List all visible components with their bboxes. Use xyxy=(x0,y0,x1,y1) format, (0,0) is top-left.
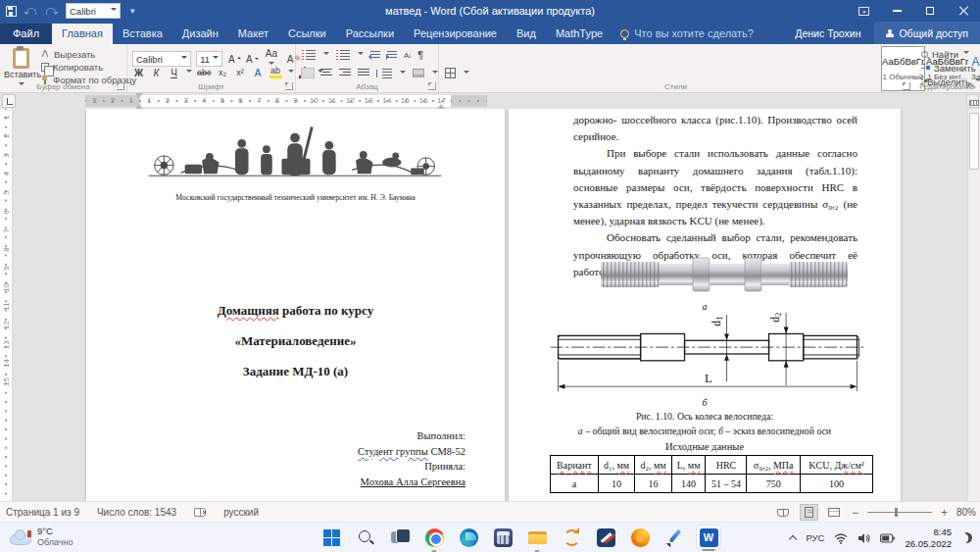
bold-button[interactable]: Ж xyxy=(132,68,145,78)
minimize-button[interactable] xyxy=(880,0,913,22)
chevron-down-icon xyxy=(323,52,329,58)
decrease-indent-button[interactable] xyxy=(370,51,380,60)
hidden-icons-chevron[interactable] xyxy=(789,534,796,541)
subscript-button[interactable]: x₂ xyxy=(217,68,229,77)
right-indent-marker[interactable] xyxy=(437,100,445,109)
taskbar-explorer-button[interactable] xyxy=(524,525,550,550)
volume-icon[interactable] xyxy=(858,532,870,544)
replace-button[interactable]: Заменить xyxy=(913,61,980,75)
tab-mailings[interactable]: Рассылки xyxy=(336,24,404,44)
clock[interactable]: 8:45 26.05.2022 xyxy=(905,527,952,549)
ribbon-display-options-button[interactable] xyxy=(847,0,880,22)
taskbar-taskview-button[interactable] xyxy=(387,525,413,550)
vertical-scrollbar[interactable] xyxy=(967,109,980,501)
clipboard-dialog-launcher[interactable] xyxy=(117,82,124,90)
svg-text:d2: d2 xyxy=(769,312,783,322)
align-left-button[interactable] xyxy=(302,69,314,77)
highlight-color-button[interactable]: ab xyxy=(270,67,282,78)
zoom-in-button[interactable]: + xyxy=(941,508,948,518)
taskbar-sync-button[interactable] xyxy=(559,525,584,550)
horizontal-ruler[interactable]: 321 1234567891011121314151617 xyxy=(85,95,487,107)
read-mode-button[interactable] xyxy=(775,505,792,520)
document-page-2[interactable]: дорожно- шоссейного класса (рис.1.10). П… xyxy=(509,109,901,501)
tell-me-box[interactable]: Что вы хотите сделать? xyxy=(612,24,761,44)
chrome-icon xyxy=(425,528,444,547)
show-paragraph-marks-button[interactable]: ¶ xyxy=(417,49,423,61)
increase-indent-button[interactable] xyxy=(387,51,397,60)
web-layout-button[interactable] xyxy=(826,505,843,520)
taskbar-chrome-button[interactable] xyxy=(421,525,447,550)
taskbar-pen-button[interactable] xyxy=(662,525,687,550)
find-button[interactable]: Найти xyxy=(913,47,980,61)
sort-button[interactable]: А↓ xyxy=(404,51,411,60)
align-center-button[interactable] xyxy=(320,69,332,77)
scrollbar-thumb[interactable] xyxy=(969,113,979,170)
underline-button[interactable]: Ч xyxy=(168,68,180,78)
tab-stop-selector[interactable] xyxy=(2,94,16,108)
text-effects-button[interactable]: А xyxy=(252,68,265,78)
zoom-slider[interactable] xyxy=(867,512,932,513)
vertical-ruler[interactable]: 123456789101112131415 xyxy=(0,109,13,501)
replace-icon xyxy=(921,64,930,72)
wifi-icon[interactable] xyxy=(834,532,848,544)
tab-design[interactable]: Дизайн xyxy=(172,24,228,44)
justify-button[interactable] xyxy=(358,69,369,77)
shading-button[interactable] xyxy=(413,69,424,77)
taskbar-firefox-button[interactable] xyxy=(627,525,653,550)
numbering-button[interactable] xyxy=(340,50,350,60)
taskbar-search-button[interactable] xyxy=(353,525,378,550)
tab-file[interactable]: Файл xyxy=(0,24,52,44)
tab-review[interactable]: Рецензирование xyxy=(404,24,507,44)
font-name-combobox[interactable]: Calibri xyxy=(132,51,191,67)
strikethrough-button[interactable]: abc xyxy=(197,68,212,77)
taskbar-calculator-button[interactable] xyxy=(490,525,515,550)
weather-widget[interactable]: 9°C Облачно xyxy=(10,526,73,548)
taskbar-draw-button[interactable] xyxy=(593,525,618,550)
ruler-number: 6 xyxy=(231,95,250,107)
tab-mathtype[interactable]: MathType xyxy=(546,24,612,44)
battery-icon[interactable] xyxy=(880,533,895,543)
paste-icon xyxy=(13,48,29,69)
tab-layout[interactable]: Макет xyxy=(228,24,278,44)
zoom-out-button[interactable]: − xyxy=(852,508,858,518)
collapse-ribbon-button[interactable] xyxy=(966,82,976,89)
user-name[interactable]: Денис Трохин xyxy=(781,27,874,39)
proofing-status-icon[interactable] xyxy=(194,508,206,517)
italic-button[interactable]: К xyxy=(150,68,163,78)
cut-button[interactable]: Вырезать xyxy=(41,48,136,61)
zoom-level[interactable]: 80% xyxy=(956,507,976,518)
restore-button[interactable] xyxy=(913,0,947,22)
font-dialog-launcher[interactable] xyxy=(285,82,293,90)
page-indicator[interactable]: Страница 1 из 9 xyxy=(6,507,79,518)
bullets-button[interactable] xyxy=(306,50,316,60)
taskbar-start-button[interactable] xyxy=(318,525,344,550)
taskbar-word-button[interactable]: W xyxy=(696,525,721,550)
share-button[interactable]: Общий доступ xyxy=(874,22,980,44)
close-button[interactable] xyxy=(947,0,980,22)
language-switcher[interactable]: РУС xyxy=(806,532,824,543)
hanging-indent-marker[interactable] xyxy=(135,100,143,109)
superscript-button[interactable]: x² xyxy=(234,68,247,77)
line-spacing-button[interactable] xyxy=(382,69,392,78)
word-count[interactable]: Число слов: 1543 xyxy=(97,507,176,518)
shrink-font-button[interactable]: А xyxy=(245,54,258,65)
ruler-toggle-icon[interactable] xyxy=(966,94,979,108)
copy-button[interactable]: Копировать xyxy=(41,61,136,74)
document-page-1[interactable]: Московский государственный технический у… xyxy=(86,109,505,501)
replace-label: Заменить xyxy=(934,63,976,74)
focus-assist-moon-icon[interactable] xyxy=(960,531,973,544)
font-size-combobox[interactable]: 11 xyxy=(196,51,222,67)
paragraph-dialog-launcher[interactable] xyxy=(428,82,436,90)
tab-insert[interactable]: Вставка xyxy=(113,24,172,44)
language-indicator[interactable]: русский xyxy=(223,507,259,518)
tab-view[interactable]: Вид xyxy=(507,24,546,44)
grow-font-button[interactable]: А xyxy=(227,54,240,65)
ruler-number: 6 xyxy=(2,207,11,218)
print-layout-button[interactable] xyxy=(801,505,817,520)
styles-dialog-launcher[interactable] xyxy=(903,82,910,90)
tab-references[interactable]: Ссылки xyxy=(278,24,336,44)
align-right-button[interactable] xyxy=(339,69,351,77)
tab-home[interactable]: Главная xyxy=(52,24,113,44)
taskbar-edge-button[interactable] xyxy=(456,525,481,550)
zoom-slider-handle[interactable] xyxy=(895,508,899,517)
